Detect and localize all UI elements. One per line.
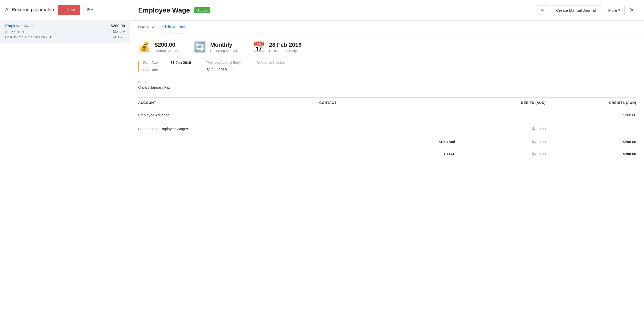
sidebar: All Recurring Journals ▾ + New ⚙ ▾ Emplo… bbox=[0, 0, 130, 321]
stat-next-journal-entry-detail: 28 Feb 2019 Next Journal Entry bbox=[269, 41, 302, 53]
more-chevron-icon: ▾ bbox=[618, 8, 620, 13]
col-contact: CONTACT bbox=[319, 101, 455, 105]
list-item-name: Employee Wage bbox=[5, 23, 34, 28]
next-journal-entry-value: 28 Feb 2019 bbox=[269, 41, 302, 48]
all-recurring-journals-button[interactable]: All Recurring Journals ▾ bbox=[5, 7, 54, 13]
status-badge-active: ACTIVE bbox=[112, 35, 125, 39]
recurring-interval-label: Recurring Interval bbox=[210, 49, 237, 53]
date-details: Start Date 31 Jan 2019 End Date - bbox=[138, 61, 191, 72]
list-item-date: 31 Jan 2019 bbox=[5, 30, 24, 34]
sidebar-header: All Recurring Journals ▾ + New ⚙ ▾ bbox=[0, 0, 130, 20]
recurring-interval-value: Monthly bbox=[210, 41, 237, 48]
subtotal-credits: $200.00 bbox=[546, 140, 636, 144]
close-icon: ✕ bbox=[629, 7, 634, 13]
tab-overview[interactable]: Overview bbox=[138, 21, 155, 33]
create-manual-journal-label: Create Manual Journal bbox=[556, 8, 596, 13]
next-journal-entry-label: Next Journal Entry bbox=[269, 49, 302, 53]
row1-credits: $200.00 bbox=[546, 113, 636, 117]
previous-journal-group: Previous Journal Entry 31 Jan 2019 bbox=[207, 61, 241, 72]
tab-child-journal[interactable]: Child Journal bbox=[162, 21, 185, 33]
stat-recurring-interval-detail: Monthly Recurring Interval bbox=[210, 41, 237, 53]
more-button[interactable]: More ▾ bbox=[604, 5, 625, 15]
list-item-amount: $200.00 bbox=[111, 23, 125, 28]
money-bag-icon: 💰 bbox=[138, 41, 150, 53]
journal-table: ACCOUNT CONTACT DEBITS (AUD) CREDITS (AU… bbox=[138, 97, 636, 160]
total-label: TOTAL bbox=[319, 152, 455, 156]
subtotal-debits: $200.00 bbox=[455, 140, 545, 144]
reference-number-group: Reference Number - bbox=[256, 61, 285, 72]
subtotal-label: Sub Total bbox=[319, 140, 455, 144]
gear-icon: ⚙ bbox=[87, 7, 90, 12]
table-row: Salaries and Employee Wages - $200.00 bbox=[138, 122, 636, 136]
start-date-value: 31 Jan 2019 bbox=[171, 61, 191, 65]
create-manual-journal-button[interactable]: Create Manual Journal bbox=[551, 5, 601, 15]
stat-journal-amount: 💰 $200.00 Journal Amount bbox=[138, 41, 178, 53]
row2-contact: - bbox=[319, 127, 455, 131]
new-button-label: + New bbox=[63, 8, 75, 12]
calendar-icon: 📅 bbox=[253, 41, 265, 53]
stat-next-journal-entry: 📅 28 Feb 2019 Next Journal Entry bbox=[253, 41, 302, 53]
previous-journal-label: Previous Journal Entry bbox=[207, 61, 241, 64]
journal-amount-value: $200.00 bbox=[155, 41, 178, 48]
col-debits: DEBITS (AUD) bbox=[455, 101, 545, 105]
row1-contact: - bbox=[319, 113, 455, 117]
main-header: Employee Wage Active ✏ Create Manual Jou… bbox=[130, 0, 644, 21]
notes-label: Notes bbox=[138, 80, 636, 84]
table-row: Employee Advance - $200.00 bbox=[138, 108, 636, 122]
stats-row: 💰 $200.00 Journal Amount 🔄 Monthly Recur… bbox=[130, 33, 644, 58]
table-header: ACCOUNT CONTACT DEBITS (AUD) CREDITS (AU… bbox=[138, 98, 636, 108]
stat-recurring-interval: 🔄 Monthly Recurring Interval bbox=[194, 41, 237, 53]
gear-chevron-icon: ▾ bbox=[91, 8, 93, 12]
sidebar-list: Employee Wage $200.00 31 Jan 2019 Monthl… bbox=[0, 20, 130, 321]
total-debits: $200.00 bbox=[455, 152, 545, 156]
end-date-row: End Date - bbox=[143, 68, 191, 72]
total-row: TOTAL $200.00 $200.00 bbox=[138, 148, 636, 160]
total-credits: $200.00 bbox=[546, 152, 636, 156]
list-item-bottom: Next Journal Date: 28 Feb 2019 ACTIVE bbox=[5, 35, 125, 39]
reference-number-label: Reference Number bbox=[256, 61, 285, 64]
edit-button[interactable]: ✏ bbox=[537, 5, 548, 15]
details-section: Start Date 31 Jan 2019 End Date - Previo… bbox=[130, 58, 644, 77]
tab-bar: Overview Child Journal bbox=[130, 21, 644, 33]
notes-text: Clark's January Pay bbox=[138, 85, 636, 90]
list-item-top: Employee Wage $200.00 bbox=[5, 23, 125, 28]
active-badge: Active bbox=[194, 7, 210, 13]
more-label: More bbox=[608, 8, 617, 13]
row2-account: Salaries and Employee Wages bbox=[138, 127, 319, 131]
page-title: Employee Wage bbox=[138, 6, 190, 14]
reference-number-value: - bbox=[256, 68, 285, 72]
col-credits: CREDITS (AUD) bbox=[546, 101, 636, 105]
list-item-next-date: Next Journal Date: 28 Feb 2019 bbox=[5, 35, 53, 39]
row1-account: Employee Advance bbox=[138, 113, 319, 117]
notes-section: Notes Clark's January Pay bbox=[130, 77, 644, 95]
list-item-interval: Monthly bbox=[113, 29, 125, 33]
col-account: ACCOUNT bbox=[138, 101, 319, 105]
chevron-down-icon: ▾ bbox=[53, 8, 54, 12]
sidebar-title-label: All Recurring Journals bbox=[5, 7, 51, 13]
recurring-icon: 🔄 bbox=[194, 41, 206, 53]
end-date-value: - bbox=[171, 68, 172, 72]
list-item[interactable]: Employee Wage $200.00 31 Jan 2019 Monthl… bbox=[0, 20, 130, 43]
new-button[interactable]: + New bbox=[58, 5, 80, 15]
stat-journal-amount-detail: $200.00 Journal Amount bbox=[155, 41, 178, 53]
main-content: Employee Wage Active ✏ Create Manual Jou… bbox=[130, 0, 644, 321]
journal-amount-label: Journal Amount bbox=[155, 49, 178, 53]
previous-journal-value: 31 Jan 2019 bbox=[207, 68, 241, 72]
gear-button[interactable]: ⚙ ▾ bbox=[83, 5, 96, 15]
subtotal-row: Sub Total $200.00 $200.00 bbox=[138, 136, 636, 148]
start-date-label: Start Date bbox=[143, 61, 166, 65]
close-button[interactable]: ✕ bbox=[627, 5, 636, 16]
row2-debits: $200.00 bbox=[455, 127, 545, 131]
header-actions: ✏ Create Manual Journal More ▾ ✕ bbox=[537, 5, 636, 16]
start-date-row: Start Date 31 Jan 2019 bbox=[143, 61, 191, 65]
end-date-label: End Date bbox=[143, 68, 166, 72]
edit-icon: ✏ bbox=[541, 8, 544, 13]
